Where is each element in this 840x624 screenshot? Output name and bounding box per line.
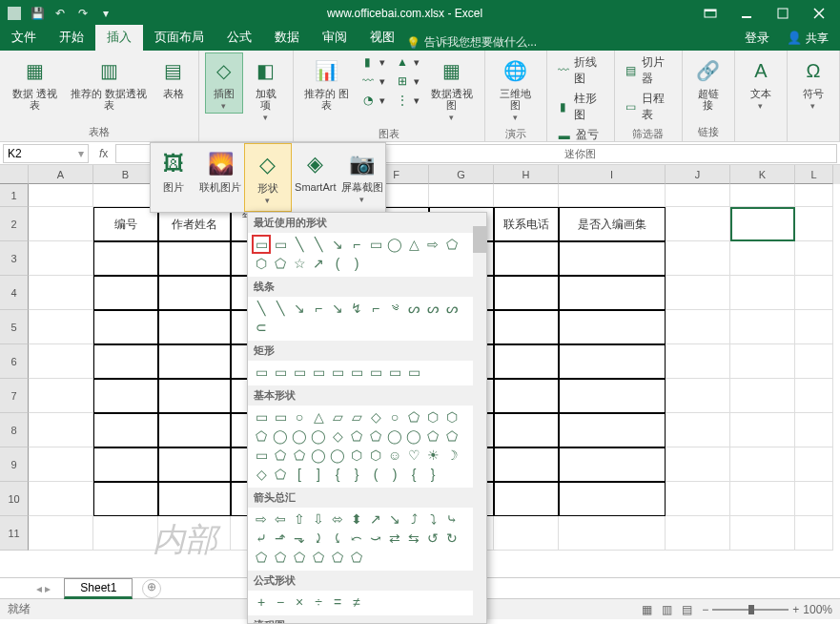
cell-I4[interactable] — [559, 276, 666, 310]
timeline-button[interactable]: ▭日程表 — [621, 89, 676, 125]
cell-A4[interactable] — [29, 276, 93, 310]
tab-file[interactable]: 文件 — [0, 25, 48, 51]
shape-item[interactable]: + — [252, 593, 271, 612]
cell-A2[interactable] — [29, 207, 93, 241]
recommended-charts-button[interactable]: 📊推荐的 图表 — [299, 52, 355, 114]
cell-L7[interactable] — [795, 379, 833, 413]
shapes-button[interactable]: ◇形状▾ — [244, 143, 293, 212]
shape-item[interactable]: ⬏ — [271, 529, 290, 548]
shape-item[interactable]: ▭ — [252, 446, 271, 465]
shape-item[interactable]: − — [271, 593, 290, 612]
cell-L2[interactable] — [795, 207, 833, 241]
shape-item[interactable]: ☀ — [423, 446, 442, 465]
app-icon[interactable] — [4, 3, 25, 24]
pivot-table-button[interactable]: ▦数据 透视表 — [6, 52, 64, 114]
shape-item[interactable]: ⬠ — [442, 235, 461, 254]
shape-item[interactable]: ⬡ — [442, 407, 461, 426]
cell-K2[interactable] — [730, 207, 795, 241]
shape-item[interactable]: ⤴ — [404, 510, 423, 529]
col-header-a[interactable]: A — [29, 165, 93, 184]
cell-H4[interactable] — [494, 276, 559, 310]
shape-item[interactable]: ⬠ — [271, 548, 290, 567]
cell-C5[interactable] — [158, 310, 231, 344]
illustrations-button[interactable]: ◇插图▾ — [205, 52, 243, 114]
cell-K5[interactable] — [730, 310, 795, 344]
shape-item[interactable]: ⬠ — [271, 254, 290, 273]
sparkline-column-button[interactable]: ▮柱形图 — [553, 89, 608, 125]
shape-item[interactable]: ↗ — [309, 254, 328, 273]
shape-item[interactable]: ◇ — [366, 407, 385, 426]
shape-item[interactable]: ▭ — [252, 407, 271, 426]
save-button[interactable]: 💾 — [27, 3, 48, 24]
shape-item[interactable]: ╲ — [252, 299, 271, 318]
shape-item[interactable]: ◯ — [328, 446, 347, 465]
cell-A10[interactable] — [29, 482, 93, 516]
cell-I1[interactable] — [559, 184, 666, 207]
name-box[interactable]: K2▾ — [3, 144, 89, 163]
shape-item[interactable]: ↘ — [290, 299, 309, 318]
col-header-h[interactable]: H — [494, 165, 559, 184]
shape-item[interactable]: ⤹ — [328, 529, 347, 548]
shape-item[interactable]: ⇨ — [252, 510, 271, 529]
cell-H3[interactable] — [494, 241, 559, 276]
col-header-b[interactable]: B — [93, 165, 158, 184]
shape-item[interactable]: ⤶ — [252, 529, 271, 548]
shape-item[interactable]: ▭ — [366, 235, 385, 254]
minimize-button[interactable] — [729, 3, 764, 24]
table-button[interactable]: ▤表格 — [154, 52, 193, 102]
shape-item[interactable]: } — [347, 465, 366, 484]
cell-L8[interactable] — [795, 413, 833, 447]
cell-I10[interactable] — [559, 482, 666, 516]
shape-item[interactable]: ÷ — [309, 593, 328, 612]
shape-item[interactable]: ⬡ — [423, 407, 442, 426]
zoom-control[interactable]: − + 100% — [702, 603, 832, 616]
cell-I9[interactable] — [559, 447, 666, 482]
col-header-i[interactable]: I — [559, 165, 666, 184]
cell-A8[interactable] — [29, 413, 93, 447]
shape-item[interactable]: ▭ — [385, 363, 404, 382]
shape-item[interactable]: ⇄ — [385, 529, 404, 548]
cell-K11[interactable] — [730, 516, 795, 551]
shape-item[interactable]: ↻ — [442, 529, 461, 548]
cell-L9[interactable] — [795, 447, 833, 482]
row-header-4[interactable]: 4 — [0, 276, 29, 310]
shape-item[interactable]: ⬠ — [271, 446, 290, 465]
sheet-nav[interactable]: ◂ ▸ — [29, 582, 58, 595]
scatter-chart-button[interactable]: ⋮▾ — [391, 91, 423, 110]
shape-item[interactable]: ⬡ — [366, 446, 385, 465]
shape-item[interactable]: ▭ — [290, 363, 309, 382]
login-button[interactable]: 登录 — [739, 26, 775, 51]
shape-item[interactable]: ⤸ — [309, 529, 328, 548]
cell-C3[interactable] — [158, 241, 231, 276]
tell-me[interactable]: 💡告诉我您想要做什么... — [406, 34, 537, 51]
sparkline-winloss-button[interactable]: ▬盈亏 — [553, 125, 608, 145]
view-break-button[interactable]: ▤ — [682, 603, 692, 616]
cell-J6[interactable] — [666, 344, 730, 379]
cell-L5[interactable] — [795, 310, 833, 344]
cell-I3[interactable] — [559, 241, 666, 276]
cell-B3[interactable] — [93, 241, 158, 276]
cell-L1[interactable] — [795, 184, 833, 207]
cell-A9[interactable] — [29, 447, 93, 482]
shape-item[interactable]: ▱ — [328, 407, 347, 426]
share-button[interactable]: 👤 共享 — [781, 27, 834, 51]
shape-item[interactable]: { — [404, 465, 423, 484]
cell-I11[interactable] — [559, 516, 666, 551]
ribbon-options-button[interactable] — [693, 3, 727, 24]
shape-item[interactable]: ⬠ — [290, 548, 309, 567]
shape-item[interactable]: ⊂ — [252, 318, 271, 337]
add-sheet-button[interactable]: ⊕ — [142, 579, 161, 598]
shape-item[interactable]: △ — [309, 407, 328, 426]
shape-item[interactable]: ↘ — [385, 510, 404, 529]
cell-K1[interactable] — [730, 184, 795, 207]
row-header-7[interactable]: 7 — [0, 379, 29, 413]
undo-button[interactable]: ↶ — [50, 3, 71, 24]
cell-A6[interactable] — [29, 344, 93, 379]
col-header-k[interactable]: K — [730, 165, 795, 184]
shape-item[interactable]: ▭ — [271, 363, 290, 382]
cell-L4[interactable] — [795, 276, 833, 310]
tab-data[interactable]: 数据 — [263, 25, 311, 51]
shape-item[interactable]: ◯ — [309, 426, 328, 446]
hyperlink-button[interactable]: 🔗超链接 — [688, 52, 728, 114]
recommended-pivot-button[interactable]: ▥推荐的 数据透视表 — [66, 52, 152, 114]
